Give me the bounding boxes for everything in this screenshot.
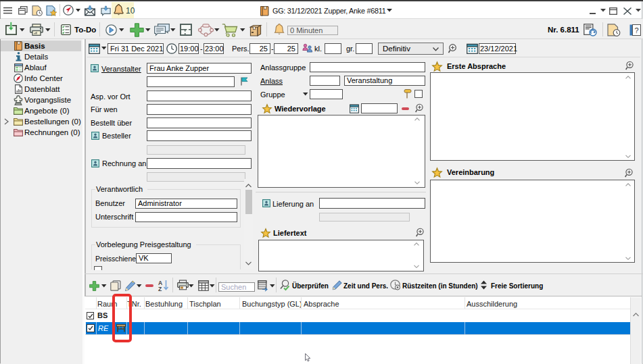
svg-text:Z: Z [158, 286, 162, 292]
svg-text:?: ? [634, 26, 638, 34]
